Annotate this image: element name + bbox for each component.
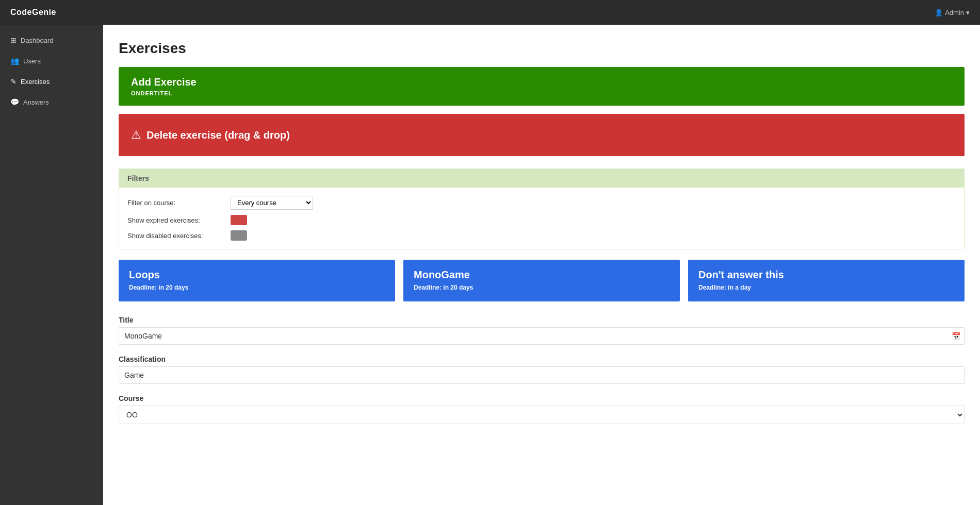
form-group-course: Course OO Game Web xyxy=(119,394,965,424)
show-disabled-toggle[interactable] xyxy=(231,230,247,241)
user-menu[interactable]: 👤 Admin ▾ xyxy=(935,9,970,16)
card-title-dont-answer: Don't answer this xyxy=(698,269,954,281)
brand-logo: CodeGenie xyxy=(10,8,56,17)
user-icon: 👤 xyxy=(935,9,943,16)
filter-course-label: Filter on course: xyxy=(127,199,231,207)
navbar: CodeGenie 👤 Admin ▾ xyxy=(0,0,980,25)
classification-input[interactable] xyxy=(119,366,965,384)
app-layout: ⊞ Dashboard 👥 Users ✎ Exercises 💬 Answer… xyxy=(0,25,980,505)
card-deadline-loops: Deadline: in 20 days xyxy=(129,284,385,291)
filter-expired-row: Show expired exercises: xyxy=(127,215,956,225)
card-title-loops: Loops xyxy=(129,269,385,281)
form-group-title: Title 📅 xyxy=(119,316,965,345)
sidebar-label-exercises: Exercises xyxy=(21,78,50,86)
filter-course-row: Filter on course: Every course OO Game W… xyxy=(127,196,956,210)
title-label: Title xyxy=(119,316,965,324)
warning-icon: ⚠ xyxy=(131,128,141,142)
filters-section: Filters Filter on course: Every course O… xyxy=(119,169,965,249)
filter-disabled-label: Show disabled exercises: xyxy=(127,232,231,240)
classification-label: Classification xyxy=(119,355,965,363)
sidebar-item-answers[interactable]: 💬 Answers xyxy=(0,92,103,112)
sidebar-item-users[interactable]: 👥 Users xyxy=(0,50,103,71)
exercises-icon: ✎ xyxy=(10,77,17,86)
delete-exercise-banner[interactable]: ⚠ Delete exercise (drag & drop) xyxy=(119,114,965,156)
filters-header: Filters xyxy=(119,169,964,188)
filter-course-select[interactable]: Every course OO Game Web xyxy=(231,196,313,210)
card-title-monogame: MonoGame xyxy=(414,269,669,281)
calendar-icon: 📅 xyxy=(952,332,960,340)
card-deadline-monogame: Deadline: in 20 days xyxy=(414,284,669,291)
sidebar-label-users: Users xyxy=(23,57,41,65)
exercise-card-dont-answer[interactable]: Don't answer this Deadline: in a day xyxy=(688,260,965,301)
exercise-cards-container: Loops Deadline: in 20 days MonoGame Dead… xyxy=(119,260,965,301)
course-label: Course xyxy=(119,394,965,402)
form-group-classification: Classification xyxy=(119,355,965,384)
delete-exercise-text: Delete exercise (drag & drop) xyxy=(146,129,290,141)
title-input-wrapper: 📅 xyxy=(119,327,965,345)
dashboard-icon: ⊞ xyxy=(10,36,17,44)
add-exercise-subtitle: ONDERTITEL xyxy=(131,90,952,96)
main-content: Exercises Add Exercise ONDERTITEL ⚠ Dele… xyxy=(103,25,980,505)
sidebar-item-dashboard[interactable]: ⊞ Dashboard xyxy=(0,30,103,50)
card-deadline-dont-answer: Deadline: in a day xyxy=(698,284,954,291)
exercise-form: Title 📅 Classification Course OO Game We… xyxy=(119,316,965,424)
user-label: Admin xyxy=(945,9,964,16)
sidebar-label-answers: Answers xyxy=(23,98,49,106)
users-icon: 👥 xyxy=(10,57,19,65)
course-select[interactable]: OO Game Web xyxy=(119,406,965,424)
show-expired-toggle[interactable] xyxy=(231,215,247,225)
exercise-card-loops[interactable]: Loops Deadline: in 20 days xyxy=(119,260,395,301)
sidebar: ⊞ Dashboard 👥 Users ✎ Exercises 💬 Answer… xyxy=(0,25,103,505)
add-exercise-title: Add Exercise xyxy=(131,76,952,88)
add-exercise-banner[interactable]: Add Exercise ONDERTITEL xyxy=(119,67,965,106)
filter-disabled-row: Show disabled exercises: xyxy=(127,230,956,241)
page-title: Exercises xyxy=(119,40,965,57)
title-input[interactable] xyxy=(119,327,965,345)
dropdown-arrow-icon: ▾ xyxy=(966,9,970,16)
answers-icon: 💬 xyxy=(10,98,19,106)
filter-expired-label: Show expired exercises: xyxy=(127,216,231,224)
sidebar-item-exercises[interactable]: ✎ Exercises xyxy=(0,71,103,92)
filters-body: Filter on course: Every course OO Game W… xyxy=(119,188,964,249)
sidebar-label-dashboard: Dashboard xyxy=(21,37,54,44)
exercise-card-monogame[interactable]: MonoGame Deadline: in 20 days xyxy=(403,260,680,301)
